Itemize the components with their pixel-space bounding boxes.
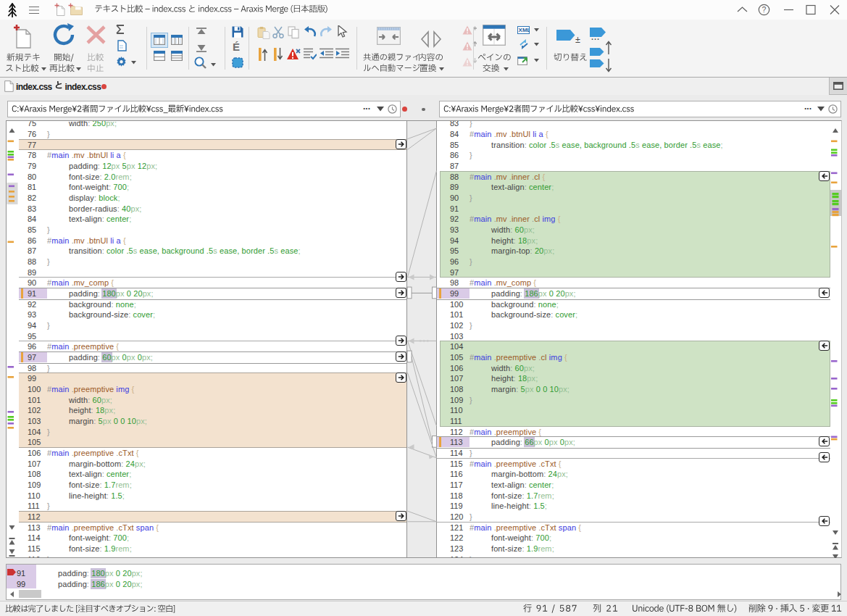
svg-text:XML: XML — [519, 27, 530, 33]
svg-text:?: ? — [762, 5, 766, 14]
